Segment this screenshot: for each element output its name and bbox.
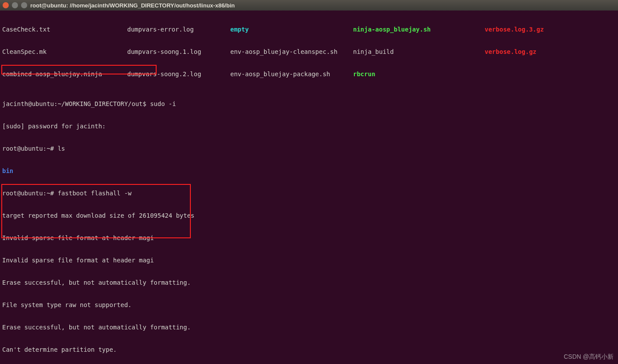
window-title: root@ubuntu: //home/jacinth/WORKING_DIRE… [30, 2, 235, 9]
ls-row: CaseCheck.txtdumpvars-error.logemptyninj… [2, 26, 616, 33]
terminal-line: Invalid sparse file format at header mag… [2, 234, 616, 242]
minimize-icon[interactable] [12, 2, 18, 8]
terminal-line: target reported max download size of 261… [2, 212, 616, 219]
terminal-line: Can't determine partition type. [2, 346, 616, 353]
terminal-line: [sudo] password for jacinth: [2, 123, 616, 130]
ls-row: combined-aosp_bluejay.ninjadumpvars-soon… [2, 71, 616, 78]
ls-row: CleanSpec.mkdumpvars-soong.1.logenv-aosp… [2, 48, 616, 56]
terminal-body[interactable]: CaseCheck.txtdumpvars-error.logemptyninj… [0, 11, 618, 364]
maximize-icon[interactable] [21, 2, 27, 8]
close-icon[interactable] [3, 2, 9, 8]
window-titlebar: root@ubuntu: //home/jacinth/WORKING_DIRE… [0, 0, 618, 11]
terminal-line: Invalid sparse file format at header mag… [2, 257, 616, 264]
terminal-line: File system type raw not supported. [2, 301, 616, 309]
terminal-line: root@ubuntu:~# ls [2, 145, 616, 152]
terminal-line: jacinth@ubuntu:~/WORKING_DIRECTORY/out$ … [2, 100, 616, 108]
highlighted-command: root@ubuntu:~# fastboot flashall -w [2, 190, 616, 197]
terminal-line: Erase successful, but not automatically … [2, 324, 616, 331]
watermark: CSDN @高钙小新 [564, 353, 614, 360]
terminal-line: bin [2, 167, 616, 175]
terminal-line: Erase successful, but not automatically … [2, 279, 616, 286]
